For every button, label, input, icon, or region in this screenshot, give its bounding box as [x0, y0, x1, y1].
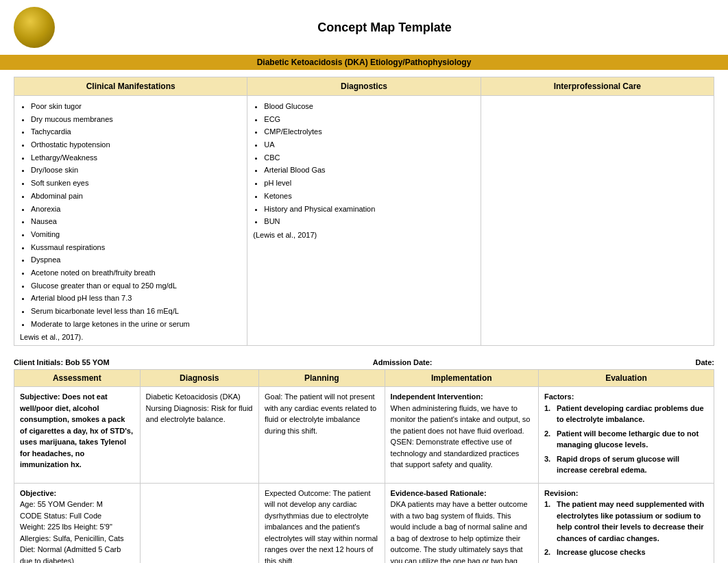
- eval-list-r2: 1.The patient may need supplemented with…: [544, 499, 708, 558]
- title-block: Concept Map Template: [55, 21, 714, 35]
- list-item: Dyspnea: [31, 253, 241, 266]
- cell-assessment-r2: Objective:Age: 55 YOM Gender: MCODE Stat…: [14, 484, 141, 563]
- eval-r1-label: Factors:: [544, 391, 708, 403]
- cell-diagnosis-r2: [141, 484, 259, 563]
- section2-row2: Objective:Age: 55 YOM Gender: MCODE Stat…: [14, 483, 714, 563]
- list-item: Moderate to large ketones in the urine o…: [31, 318, 241, 331]
- list-item: Tachycardia: [31, 125, 241, 138]
- client-info-row: Client Initials: Bob 55 YOM Admission Da…: [0, 353, 728, 369]
- planning-r1-text: Goal: The patient will not present with …: [265, 391, 379, 436]
- col-head-diagnostics: Diagnostics: [247, 77, 481, 95]
- list-item: 1.Patient developing cardiac problems du…: [544, 403, 708, 425]
- section1-table: Clinical Manifestations Diagnostics Inte…: [14, 77, 714, 346]
- list-item: Acetone noted on breath/fruity breath: [31, 266, 241, 279]
- assessment-r1-text: Subjective: Does not eat well/poor diet,…: [20, 392, 133, 468]
- cell-eval-r1: Factors: 1.Patient developing cardiac pr…: [539, 387, 714, 483]
- logo-icon: [14, 7, 55, 48]
- admission-date: Admission Date:: [373, 358, 433, 366]
- diagnostics-ref: (Lewis et al., 2017): [253, 231, 474, 239]
- list-item: Dry/loose skin: [31, 164, 241, 177]
- impl-r1-text: Independent Intervention:When administer…: [391, 391, 533, 471]
- date-label: Date:: [695, 358, 714, 366]
- section1-header: Clinical Manifestations Diagnostics Inte…: [14, 77, 714, 96]
- list-item: Arterial blood pH less than 7.3: [31, 292, 241, 305]
- col-head-interprofessional: Interprofessional Care: [481, 77, 714, 95]
- cell-planning-r2: Expected Outcome: The patient will not d…: [259, 484, 385, 563]
- list-item: CMP/Electrolytes: [264, 125, 474, 138]
- list-item: Nausea: [31, 215, 241, 228]
- impl-r2-text: Evidence-based Rationale:DKA patients ma…: [391, 488, 533, 563]
- list-item: BUN: [264, 215, 474, 228]
- list-item: Soft sunken eyes: [31, 177, 241, 190]
- interprofessional-col: [481, 96, 714, 345]
- head-assessment: Assessment: [14, 370, 141, 386]
- list-item: Anorexia: [31, 203, 241, 216]
- section2-table: Assessment Diagnosis Planning Implementa…: [14, 369, 714, 563]
- list-item: Kussmaul respirations: [31, 241, 241, 254]
- head-implementation: Implementation: [385, 370, 539, 386]
- list-item: 3.Rapid drops of serum glucose will incr…: [544, 453, 708, 476]
- head-evaluation: Evaluation: [539, 370, 714, 386]
- clinical-col: Poor skin tugorDry mucous membranesTachy…: [14, 96, 247, 345]
- diagnosis-r1-text: Diabetic Ketoacidosis (DKA)Nursing Diagn…: [146, 391, 253, 425]
- section2-header: Assessment Diagnosis Planning Implementa…: [14, 370, 714, 387]
- list-item: 1.The patient may need supplemented with…: [544, 499, 708, 544]
- planning-r2-text: Expected Outcome: The patient will not d…: [265, 488, 379, 563]
- sub-title-bar: Diabetic Ketoacidosis (DKA) Etiology/Pat…: [0, 55, 728, 70]
- diagnostics-col: Blood GlucoseECGCMP/ElectrolytesUACBCArt…: [247, 96, 481, 345]
- eval-r2-label: Revision:: [544, 488, 708, 499]
- list-item: UA: [264, 138, 474, 151]
- list-item: Vomiting: [31, 228, 241, 241]
- head-planning: Planning: [259, 370, 385, 386]
- cell-planning-r1: Goal: The patient will not present with …: [259, 387, 385, 483]
- list-item: Lethargy/Weakness: [31, 151, 241, 164]
- section1-body: Poor skin tugorDry mucous membranesTachy…: [14, 96, 714, 345]
- list-item: Orthostatic hypotension: [31, 138, 241, 151]
- main-title: Concept Map Template: [55, 21, 714, 35]
- list-item: Poor skin tugor: [31, 100, 241, 113]
- list-item: Dry mucous membranes: [31, 113, 241, 126]
- list-item: History and Physical examination: [264, 203, 474, 216]
- col-head-clinical: Clinical Manifestations: [14, 77, 247, 95]
- list-item: ECG: [264, 113, 474, 126]
- list-item: pH level: [264, 177, 474, 190]
- list-item: Serum bicarbonate level less than 16 mEq…: [31, 305, 241, 318]
- list-item: Glucose greater than or equal to 250 mg/…: [31, 279, 241, 292]
- assessment-r2-text: Objective:Age: 55 YOM Gender: MCODE Stat…: [20, 488, 134, 563]
- client-initials: Client Initials: Bob 55 YOM: [14, 358, 110, 366]
- header-top: Concept Map Template: [0, 0, 728, 55]
- list-item: CBC: [264, 151, 474, 164]
- list-item: Blood Glucose: [264, 100, 474, 113]
- cell-impl-r2: Evidence-based Rationale:DKA patients ma…: [385, 484, 539, 563]
- section2-row1: Subjective: Does not eat well/poor diet,…: [14, 387, 714, 483]
- list-item: Arterial Blood Gas: [264, 164, 474, 177]
- diagnostics-list: Blood GlucoseECGCMP/ElectrolytesUACBCArt…: [253, 100, 474, 228]
- list-item: 2.Patient will become lethargic due to n…: [544, 428, 708, 451]
- cell-assessment-r1: Subjective: Does not eat well/poor diet,…: [14, 387, 141, 483]
- cell-diagnosis-r1: Diabetic Ketoacidosis (DKA)Nursing Diagn…: [141, 387, 259, 483]
- head-diagnosis: Diagnosis: [141, 370, 259, 386]
- list-item: 2.Increase glucose checks: [544, 547, 708, 558]
- clinical-ref: Lewis et al., 2017).: [20, 333, 241, 341]
- eval-list-r1: 1.Patient developing cardiac problems du…: [544, 403, 708, 476]
- list-item: Abdominal pain: [31, 190, 241, 203]
- cell-eval-r2: Revision: 1.The patient may need supplem…: [539, 484, 714, 563]
- cell-impl-r1: Independent Intervention:When administer…: [385, 387, 539, 483]
- clinical-list: Poor skin tugorDry mucous membranesTachy…: [20, 100, 241, 330]
- list-item: Ketones: [264, 190, 474, 203]
